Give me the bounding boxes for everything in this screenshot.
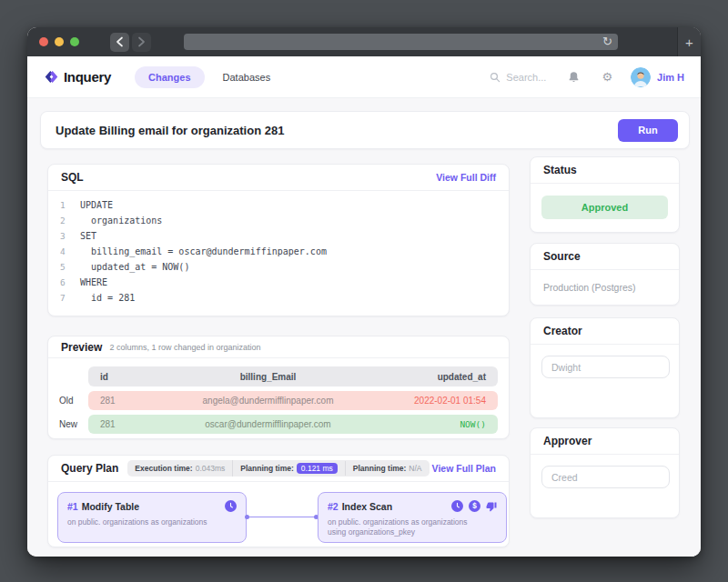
tab-changes[interactable]: Changes [135,66,204,88]
node-name: Modify Table [82,501,139,512]
zoom-window-button[interactable] [70,37,79,46]
line-code: organizations [80,216,162,226]
preview-row-old: Old 281 angela@dundermifflinpaper.com 20… [48,391,509,410]
view-full-plan-link[interactable]: View Full Plan [432,463,496,474]
new-email-cell: oscar@dundermifflinpaper.com [152,419,384,429]
dollar-cost-icon: $ [469,500,480,512]
view-full-diff-link[interactable]: View Full Diff [436,172,496,183]
column-header-id: id [88,372,152,382]
code-line: 1UPDATE [48,197,509,213]
close-window-button[interactable] [39,37,48,46]
line-number: 2 [60,216,75,226]
status-badge: Approved [541,196,668,219]
clock-icon [451,500,463,512]
line-number: 6 [60,277,75,287]
column-header-billing-email: billing_Email [152,372,384,382]
query-plan-panel: Query Plan Execution time: 0.043ms Plann… [47,455,510,547]
stat-label: Planning time: [353,464,407,473]
line-code: SET [80,231,96,241]
node-detail: on public. organizations as organization… [328,517,497,527]
browser-window: ↻ + Inquery Changes Databases Search... [27,27,701,557]
preview-panel-title: Preview [61,341,102,354]
inquery-logo-icon [44,69,59,85]
plan-connector-line [249,517,315,517]
line-code: WHERE [80,277,107,287]
line-number: 5 [60,262,75,272]
sql-code-editor[interactable]: 1UPDATE 2 organizations 3SET 4 billing_e… [48,191,509,306]
code-line: 2 organizations [48,213,509,228]
browser-back-button[interactable] [110,33,129,52]
approver-card-title: Approver [543,435,592,447]
new-updated-cell: NOW() [384,419,498,429]
stat-label: Planning time: [240,464,294,473]
settings-button[interactable]: ⚙ [602,70,612,84]
notifications-button[interactable] [568,71,580,84]
creator-card: Creator [530,317,680,418]
search-input[interactable]: Search... [490,72,546,83]
svg-text:$: $ [472,502,477,510]
app-header: Inquery Changes Databases Search... ⚙ [27,56,701,98]
line-number: 7 [60,293,75,303]
sql-panel: SQL View Full Diff 1UPDATE 2 organizatio… [47,164,510,316]
node-number: #1 [67,501,78,512]
stat-execution-time: Execution time: 0.043ms [127,461,232,476]
code-line: 4 billing_email = oscar@dundermiffinpape… [48,244,509,259]
minimize-window-button[interactable] [55,37,64,46]
code-line: 6WHERE [48,275,509,290]
code-line: 3SET [48,228,509,244]
stat-label: Execution time: [135,464,192,473]
node-number: #2 [328,501,339,512]
line-number: 4 [60,246,75,256]
stat-value: 0.043ms [196,464,226,473]
line-number: 3 [60,231,75,241]
browser-forward-button[interactable] [132,33,151,52]
row-label-new: New [48,419,88,429]
traffic-lights [39,37,79,46]
code-line: 5 updated_at = NOW() [48,259,509,275]
preview-panel: Preview 2 columns, 1 row changed in orga… [47,336,510,439]
line-number: 1 [60,200,75,210]
user-name[interactable]: Jim H [657,72,684,83]
old-id-cell: 281 [88,396,152,406]
old-email-cell: angela@dundermifflinpaper.com [152,396,384,406]
creator-input[interactable] [541,356,670,378]
chevron-left-icon [116,36,124,47]
creator-card-title: Creator [543,325,582,337]
avatar-image [631,67,651,87]
stat-value: N/A [409,464,421,473]
approver-input[interactable] [541,466,670,488]
bell-icon [568,71,580,84]
run-button[interactable]: Run [618,119,678,142]
stat-planning-time-na: Planning time: N/A [345,461,430,476]
browser-chrome: ↻ + [27,27,701,56]
code-line: 7 id = 281 [48,290,509,306]
old-updated-cell: 2022-02-01 01:54 [384,396,498,406]
page-title: Update Billing email for organization 28… [56,124,284,137]
source-value: Production (Postgres) [543,282,666,293]
chevron-right-icon [137,36,146,47]
preview-subtitle: 2 columns, 1 row changed in organization [109,343,260,352]
main-content: Update Billing email for organization 28… [27,98,701,557]
new-tab-button[interactable]: + [677,27,701,56]
address-bar[interactable]: ↻ [184,34,618,50]
plan-node-2[interactable]: #2 Index Scan $ [318,492,507,543]
query-plan-stats: Execution time: 0.043ms Planning time: 0… [127,460,429,477]
line-code: id = 281 [80,293,135,303]
brand-name: Inquery [64,69,111,85]
source-card: Source Production (Postgres) [530,243,680,306]
avatar[interactable] [631,67,651,87]
row-label-old: Old [48,396,88,406]
line-code: UPDATE [80,200,113,210]
status-card: Status Approved [530,156,680,233]
line-code: billing_email = oscar@dundermiffinpaper.… [80,246,327,256]
new-id-cell: 281 [88,419,152,429]
brand-logo[interactable]: Inquery [44,69,111,85]
line-code: updated_at = NOW() [80,262,189,272]
plan-node-1[interactable]: #1 Modify Table on public. organizations… [57,492,247,543]
thumbs-down-icon [486,501,497,512]
change-title-card: Update Billing email for organization 28… [40,111,690,149]
status-card-title: Status [543,164,577,176]
preview-row-new: New 281 oscar@dundermifflinpaper.com NOW… [48,415,509,434]
refresh-icon[interactable]: ↻ [602,35,612,48]
tab-databases[interactable]: Databases [223,72,271,83]
